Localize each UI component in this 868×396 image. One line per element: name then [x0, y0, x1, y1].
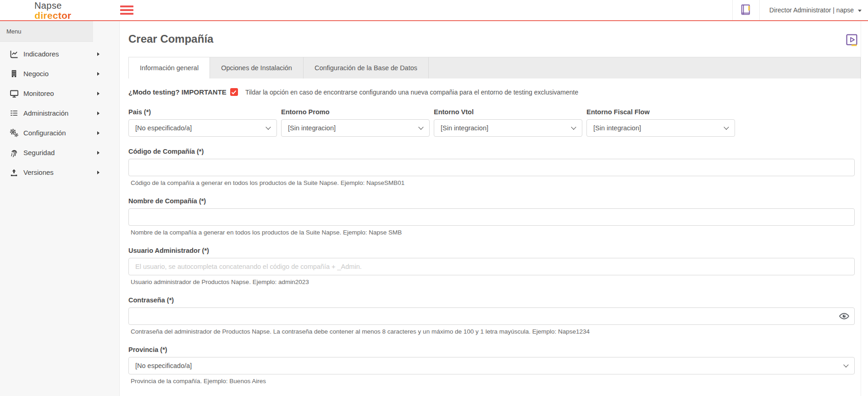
sidebar-item-negocio[interactable]: Negocio — [0, 64, 119, 84]
sidebar-item-label: Indicadores — [23, 50, 97, 58]
fingerprint-icon — [9, 148, 19, 157]
entorno-promo-select-value: [Sin integracion] — [288, 124, 336, 132]
eye-icon[interactable] — [839, 312, 849, 320]
sidebar-item-label: Configuración — [23, 129, 97, 137]
documentation-book-icon[interactable] — [739, 3, 752, 19]
modo-testing-checkbox[interactable] — [230, 88, 238, 96]
header-divider — [759, 0, 760, 20]
sidebar-item-label: Administración — [23, 109, 97, 117]
entorno-vtol-select-value: [Sin integracion] — [441, 124, 488, 132]
logo-line1: Napse — [34, 1, 72, 11]
sidebar-item-label: Monitoreo — [23, 89, 97, 97]
gears-icon — [9, 128, 19, 138]
entorno-vtol-select[interactable]: [Sin integracion] — [434, 119, 582, 137]
sidebar-item-administracion[interactable]: Administración — [0, 103, 119, 123]
sidebar-item-monitoreo[interactable]: Monitoreo — [0, 84, 119, 103]
chevron-down-icon — [418, 124, 423, 129]
user-menu[interactable]: Director Administrator | napse — [769, 0, 862, 20]
contrasena-help: Contraseña del administrador de Producto… — [128, 328, 861, 335]
entorno-promo-select[interactable]: [Sin integracion] — [281, 119, 430, 137]
sidebar-item-configuracion[interactable]: Configuración — [0, 123, 119, 143]
entorno-fiscal-flow-label: Entorno Fiscal Flow — [586, 108, 735, 116]
sidebar-item-indicadores[interactable]: Indicadores — [0, 44, 119, 64]
napse-director-logo[interactable]: Napse director — [34, 1, 72, 21]
sidebar: Menu Indicadores — [0, 21, 120, 396]
pais-select[interactable]: [No especificado/a] — [128, 119, 277, 137]
pais-label: Pais (*) — [128, 108, 277, 116]
codigo-compania-help: Código de la compañía a generar en todos… — [128, 179, 861, 186]
chart-icon — [9, 49, 19, 59]
chevron-right-icon — [97, 151, 100, 155]
modo-testing-label: ¿Modo testing? IMPORTANTE — [128, 88, 227, 96]
sidebar-item-label: Seguridad — [23, 149, 97, 156]
chevron-down-icon — [724, 124, 729, 129]
main-content: Crear Compañía Información general Opcio… — [120, 21, 868, 396]
provincia-select-value: [No especificado/a] — [135, 362, 192, 369]
chevron-down-icon — [843, 362, 848, 367]
sidebar-item-seguridad[interactable]: Seguridad — [0, 143, 119, 162]
contrasena-input[interactable] — [128, 307, 855, 325]
sidebar-item-versiones[interactable]: Versiones — [0, 162, 119, 182]
nombre-compania-label: Nombre de Compañía (*) — [128, 197, 861, 205]
usuario-administrador-input[interactable] — [128, 258, 855, 275]
chevron-right-icon — [97, 72, 100, 76]
play-button[interactable] — [844, 33, 860, 50]
usuario-administrador-label: Usuario Administrador (*) — [128, 247, 861, 254]
contrasena-label: Contraseña (*) — [128, 296, 861, 304]
checklist-icon — [9, 108, 19, 118]
tab-opciones-instalacion[interactable]: Opciones de Instalación — [210, 57, 304, 78]
sidebar-menu-header: Menu — [0, 21, 93, 42]
upload-icon — [9, 167, 19, 177]
chevron-down-icon — [571, 124, 576, 129]
entorno-vtol-label: Entorno Vtol — [434, 108, 582, 116]
chevron-right-icon — [97, 52, 100, 56]
tab-informacion-general[interactable]: Información general — [129, 57, 210, 78]
chevron-down-icon — [858, 10, 862, 12]
building-icon — [9, 69, 19, 78]
app-header: Napse director Director Administrator | … — [0, 0, 868, 21]
entorno-promo-label: Entorno Promo — [281, 108, 430, 116]
tab-bar: Información general Opciones de Instalac… — [128, 57, 861, 78]
nombre-compania-help: Nombre de la compañía a generar en todos… — [128, 229, 861, 236]
codigo-compania-label: Código de Compañía (*) — [128, 148, 861, 155]
provincia-help: Provincia de la compañía. Ejemplo: Bueno… — [128, 378, 861, 385]
modo-testing-help: Tildar la opción en caso de encontrarse … — [245, 89, 578, 96]
tab-configuracion-base-datos[interactable]: Configuración de la Base de Datos — [304, 57, 429, 78]
usuario-administrador-help: Usuario administrador de Productos Napse… — [128, 279, 861, 285]
header-divider — [732, 0, 733, 20]
provincia-select[interactable]: [No especificado/a] — [128, 357, 855, 374]
sidebar-item-label: Negocio — [23, 70, 97, 78]
chevron-right-icon — [97, 92, 100, 95]
chevron-down-icon — [265, 124, 271, 129]
sidebar-item-label: Versiones — [23, 168, 97, 176]
nombre-compania-input[interactable] — [128, 208, 855, 226]
chevron-right-icon — [97, 171, 100, 174]
entorno-fiscal-flow-select[interactable]: [Sin integracion] — [586, 119, 735, 137]
entorno-fiscal-flow-select-value: [Sin integracion] — [593, 124, 641, 132]
chevron-right-icon — [97, 131, 100, 135]
monitor-icon — [9, 89, 19, 98]
logo-line2: director — [34, 11, 72, 21]
provincia-label: Provincia (*) — [128, 346, 861, 353]
pais-select-value: [No especificado/a] — [135, 124, 192, 132]
page-title: Crear Compañía — [128, 33, 213, 45]
user-menu-label: Director Administrator | napse — [769, 6, 854, 14]
chevron-right-icon — [97, 112, 100, 115]
codigo-compania-input[interactable] — [128, 159, 855, 176]
hamburger-menu-icon[interactable] — [120, 6, 134, 17]
